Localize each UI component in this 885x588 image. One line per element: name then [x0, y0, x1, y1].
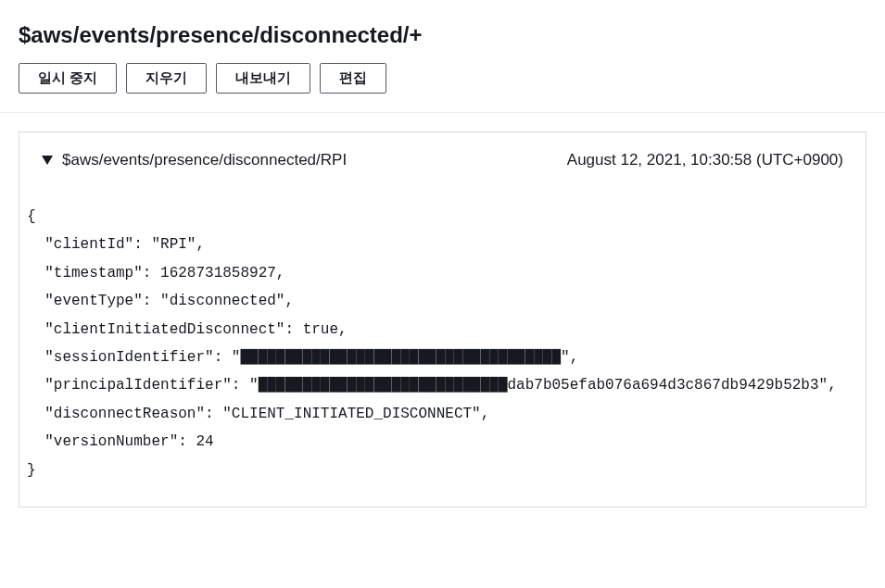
message-payload: { "clientId": "RPI", "timestamp": 162873…: [19, 188, 866, 507]
message-header-left: $aws/events/presence/disconnected/RPI: [42, 151, 347, 169]
message-topic: $aws/events/presence/disconnected/RPI: [62, 151, 347, 169]
mqtt-test-client-page: $aws/events/presence/disconnected/+ 일시 중…: [0, 0, 885, 588]
page-title: $aws/events/presence/disconnected/+: [19, 22, 866, 48]
edit-button[interactable]: 편집: [320, 63, 386, 94]
button-row: 일시 중지 지우기 내보내기 편집: [19, 63, 866, 94]
content-section: $aws/events/presence/disconnected/RPI Au…: [0, 113, 885, 526]
message-timestamp: August 12, 2021, 10:30:58 (UTC+0900): [567, 151, 843, 169]
caret-down-icon: [42, 156, 53, 165]
export-button[interactable]: 내보내기: [216, 63, 310, 94]
header-section: $aws/events/presence/disconnected/+ 일시 중…: [0, 0, 885, 113]
message-panel: $aws/events/presence/disconnected/RPI Au…: [19, 131, 866, 507]
pause-button[interactable]: 일시 중지: [19, 63, 117, 94]
clear-button[interactable]: 지우기: [126, 63, 207, 94]
message-header[interactable]: $aws/events/presence/disconnected/RPI Au…: [19, 132, 866, 188]
